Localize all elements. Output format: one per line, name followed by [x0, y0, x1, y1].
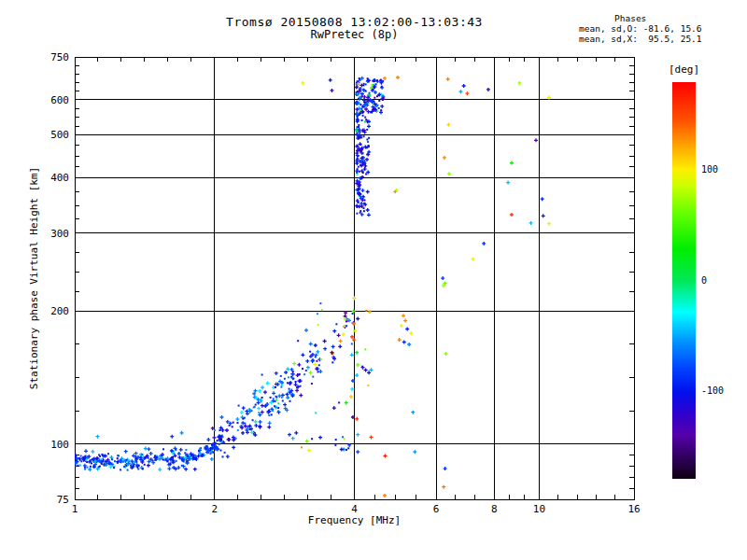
data-point: [142, 468, 144, 469]
data-point: [345, 449, 347, 451]
data-point: [257, 407, 261, 411]
data-point: [172, 456, 174, 458]
data-point: [311, 438, 313, 440]
data-point: [291, 437, 295, 441]
data-point: [302, 368, 303, 370]
data-point: [320, 358, 322, 360]
data-point: [304, 329, 308, 332]
data-point: [356, 450, 359, 454]
data-point: [275, 371, 278, 375]
y-tick-label: 300: [50, 228, 69, 240]
data-point: [261, 397, 263, 399]
y-tick-label: 750: [50, 51, 69, 63]
data-point: [253, 407, 255, 409]
data-points-layer: [74, 76, 551, 497]
data-point: [162, 459, 164, 461]
data-point: [365, 310, 367, 312]
data-point: [370, 368, 374, 371]
data-point: [352, 322, 356, 326]
colorbar-tick-label: 100: [701, 164, 718, 175]
data-point: [402, 341, 406, 344]
data-point: [342, 332, 345, 336]
data-point: [255, 404, 257, 406]
data-point: [317, 371, 319, 372]
data-point: [547, 222, 551, 226]
data-point: [317, 313, 318, 315]
data-point: [298, 373, 300, 375]
data-point: [356, 433, 359, 437]
scatter-plot: 12468101675100200300400500600750: [0, 0, 747, 560]
data-point: [145, 456, 147, 458]
data-point: [342, 436, 344, 438]
data-point: [124, 450, 128, 454]
data-point: [367, 371, 371, 374]
data-point: [91, 450, 94, 454]
data-point: [367, 213, 371, 217]
data-point: [289, 400, 291, 402]
data-point: [357, 93, 359, 95]
data-point: [162, 448, 164, 450]
data-point: [316, 350, 319, 354]
data-point: [301, 353, 304, 357]
data-point: [398, 338, 402, 342]
data-point: [237, 429, 239, 431]
data-point: [411, 411, 415, 414]
y-tick-label: 100: [50, 439, 69, 451]
data-point: [366, 147, 368, 148]
data-point: [361, 189, 365, 192]
data-point: [213, 436, 217, 440]
data-point: [88, 468, 92, 471]
data-point: [371, 84, 373, 86]
data-point: [364, 369, 368, 372]
data-point: [323, 340, 327, 343]
data-point: [318, 370, 322, 373]
data-point: [80, 455, 82, 457]
data-point: [75, 465, 77, 467]
data-point: [486, 88, 490, 91]
data-point: [237, 422, 239, 424]
data-point: [365, 158, 369, 161]
data-point: [80, 460, 82, 462]
data-point: [349, 395, 353, 399]
data-point: [447, 172, 451, 175]
data-point: [547, 96, 551, 100]
data-point: [186, 460, 188, 462]
y-tick-label: 200: [50, 305, 69, 317]
data-point: [138, 465, 140, 467]
data-point: [184, 452, 186, 454]
data-point: [96, 435, 100, 439]
data-point: [359, 104, 361, 105]
data-point: [462, 84, 466, 88]
colorbar-tick-label: -100: [701, 385, 724, 396]
data-point: [356, 213, 358, 215]
data-point: [317, 324, 319, 326]
data-point: [396, 76, 400, 79]
data-point: [306, 366, 310, 370]
data-point: [351, 343, 353, 344]
data-point: [281, 385, 283, 386]
data-point: [286, 396, 289, 399]
data-point: [210, 453, 212, 455]
data-point: [181, 465, 183, 467]
data-point: [446, 77, 450, 81]
data-point: [86, 461, 88, 463]
data-point: [313, 362, 317, 366]
data-point: [363, 210, 365, 212]
data-point: [258, 413, 261, 417]
data-point: [370, 435, 374, 439]
data-point: [165, 459, 167, 461]
data-point: [400, 324, 403, 328]
data-point: [364, 121, 366, 123]
data-point: [312, 376, 314, 378]
data-point: [373, 101, 374, 103]
data-point: [337, 333, 341, 337]
data-point: [383, 77, 387, 80]
data-point: [359, 164, 361, 166]
data-point: [78, 465, 79, 467]
data-point: [378, 100, 380, 102]
data-point: [277, 411, 279, 413]
data-point: [358, 124, 359, 126]
data-point: [144, 447, 148, 451]
data-point: [126, 459, 128, 461]
data-point: [384, 455, 388, 458]
